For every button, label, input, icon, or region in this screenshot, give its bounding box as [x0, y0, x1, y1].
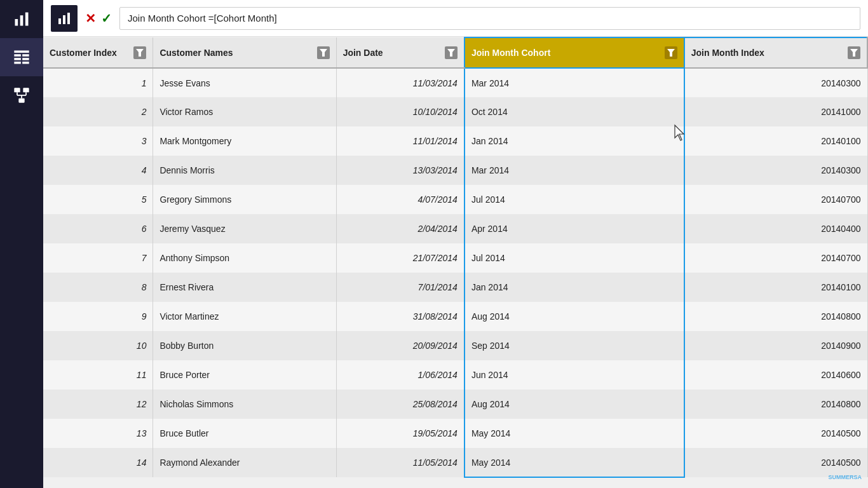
cell-customer-index: 12 — [43, 390, 153, 419]
table-row[interactable]: 14Raymond Alexander11/05/2014May 2014201… — [43, 448, 867, 477]
app-icon — [51, 5, 78, 32]
cell-join-month-cohort: Mar 2014 — [465, 156, 684, 185]
cell-join-date: 31/08/2014 — [336, 302, 465, 331]
svg-rect-12 — [18, 98, 24, 103]
table-row[interactable]: 13Bruce Butler19/05/2014May 201420140500 — [43, 419, 867, 448]
svg-rect-3 — [14, 51, 29, 53]
sidebar — [0, 0, 43, 488]
cell-join-date: 2/04/2014 — [336, 214, 465, 243]
filter-join-month-cohort[interactable] — [665, 46, 677, 59]
cell-customer-index: 11 — [43, 360, 153, 390]
cell-join-month-index: 20140100 — [684, 273, 867, 302]
cell-join-month-index: 20140500 — [684, 419, 867, 448]
table-row[interactable]: 5Gregory Simmons4/07/2014Jul 20142014070… — [43, 185, 867, 214]
cell-join-month-cohort: Jul 2014 — [465, 243, 684, 273]
cell-join-month-cohort: Mar 2014 — [465, 68, 684, 97]
formula-actions: ✕ ✓ — [85, 12, 112, 25]
svg-rect-5 — [22, 54, 29, 57]
filter-join-month-index[interactable] — [848, 46, 860, 59]
cell-join-month-index: 20140800 — [684, 302, 867, 331]
cell-join-date: 11/01/2014 — [336, 126, 465, 156]
cell-join-date: 21/07/2014 — [336, 243, 465, 273]
cell-join-date: 10/10/2014 — [336, 97, 465, 126]
col-join-date[interactable]: Join Date — [336, 37, 465, 68]
filter-customer-names[interactable] — [317, 46, 330, 59]
cell-join-month-cohort: Aug 2014 — [465, 302, 684, 331]
svg-rect-17 — [58, 18, 61, 24]
formula-input-display[interactable]: Join Month Cohort = [Cohort Month] — [119, 7, 860, 30]
cell-customer-names: Bruce Butler — [153, 419, 336, 448]
cell-join-month-cohort: Jan 2014 — [465, 126, 684, 156]
cell-join-month-cohort: Jul 2014 — [465, 185, 684, 214]
formula-text-bracket: [Cohort Month] — [214, 13, 277, 24]
col-join-month-cohort-label: Join Month Cohort — [471, 48, 550, 58]
cell-customer-index: 4 — [43, 156, 153, 185]
table-row[interactable]: 10Bobby Burton20/09/2014Sep 201420140900 — [43, 331, 867, 360]
cell-join-date: 19/05/2014 — [336, 419, 465, 448]
cell-customer-index: 5 — [43, 185, 153, 214]
cell-join-month-index: 20141000 — [684, 97, 867, 126]
svg-rect-18 — [63, 15, 65, 24]
table-row[interactable]: 4Dennis Morris13/03/2014Mar 201420140300 — [43, 156, 867, 185]
svg-rect-1 — [20, 15, 24, 25]
watermark: SUMMERSA — [828, 474, 862, 480]
chart-bar-sidebar-icon[interactable] — [0, 0, 43, 38]
table-container: Customer Index Customer Names — [43, 37, 868, 488]
cell-join-month-index: 20140800 — [684, 390, 867, 419]
cell-join-month-index: 20140600 — [684, 360, 867, 390]
cell-customer-index: 7 — [43, 243, 153, 273]
table-row[interactable]: 6Jeremy Vasquez2/04/2014Apr 201420140400 — [43, 214, 867, 243]
cell-customer-names: Gregory Simmons — [153, 185, 336, 214]
table-row[interactable]: 11Bruce Porter1/06/2014Jun 201420140600 — [43, 360, 867, 390]
cell-customer-names: Nicholas Simmons — [153, 390, 336, 419]
svg-rect-7 — [22, 58, 29, 60]
cell-join-month-cohort: Jan 2014 — [465, 273, 684, 302]
table-row[interactable]: 3Mark Montgomery11/01/2014Jan 2014201401… — [43, 126, 867, 156]
diagram-sidebar-icon[interactable] — [0, 76, 43, 114]
table-row[interactable]: 12Nicholas Simmons25/08/2014Aug 20142014… — [43, 390, 867, 419]
cell-join-month-index: 20140500 — [684, 448, 867, 477]
cell-join-date: 13/03/2014 — [336, 156, 465, 185]
col-customer-index[interactable]: Customer Index — [43, 37, 153, 68]
cell-join-date: 4/07/2014 — [336, 185, 465, 214]
cell-customer-index: 3 — [43, 126, 153, 156]
filter-join-date[interactable] — [445, 46, 458, 59]
cell-customer-names: Anthony Simpson — [153, 243, 336, 273]
cell-join-date: 11/05/2014 — [336, 448, 465, 477]
col-customer-names[interactable]: Customer Names — [153, 37, 336, 68]
svg-marker-21 — [320, 49, 327, 57]
cell-customer-index: 2 — [43, 97, 153, 126]
cell-customer-index: 9 — [43, 302, 153, 331]
table-row[interactable]: 7Anthony Simpson21/07/2014Jul 2014201407… — [43, 243, 867, 273]
svg-rect-8 — [14, 62, 20, 64]
table-sidebar-icon[interactable] — [0, 38, 43, 76]
table-row[interactable]: 2Victor Ramos10/10/2014Oct 201420141000 — [43, 97, 867, 126]
cell-join-month-cohort: Sep 2014 — [465, 331, 684, 360]
table-row[interactable]: 1Jesse Evans11/03/2014Mar 201420140300 — [43, 68, 867, 97]
cell-join-month-index: 20140700 — [684, 243, 867, 273]
col-join-month-cohort[interactable]: Join Month Cohort — [465, 37, 684, 68]
cell-customer-names: Ernest Rivera — [153, 273, 336, 302]
cell-join-date: 20/09/2014 — [336, 331, 465, 360]
confirm-button[interactable]: ✓ — [101, 12, 112, 25]
cell-customer-index: 8 — [43, 273, 153, 302]
svg-marker-20 — [136, 49, 144, 57]
svg-rect-11 — [23, 88, 29, 92]
cell-join-month-cohort: Jun 2014 — [465, 360, 684, 390]
cancel-button[interactable]: ✕ — [85, 12, 96, 25]
cell-join-month-cohort: Apr 2014 — [465, 214, 684, 243]
cell-join-month-cohort: May 2014 — [465, 448, 684, 477]
col-join-date-label: Join Date — [343, 48, 383, 58]
filter-customer-index[interactable] — [133, 46, 146, 59]
table-body: 1Jesse Evans11/03/2014Mar 2014201403002V… — [43, 68, 867, 477]
svg-rect-10 — [14, 88, 20, 92]
col-join-month-index[interactable]: Join Month Index — [684, 37, 867, 68]
svg-rect-9 — [22, 62, 29, 64]
svg-marker-24 — [850, 49, 858, 57]
table-row[interactable]: 9Victor Martinez31/08/2014Aug 2014201408… — [43, 302, 867, 331]
svg-rect-6 — [14, 58, 20, 60]
cell-customer-index: 10 — [43, 331, 153, 360]
cell-customer-names: Jesse Evans — [153, 68, 336, 97]
table-row[interactable]: 8Ernest Rivera7/01/2014Jan 201420140100 — [43, 273, 867, 302]
cell-customer-index: 1 — [43, 68, 153, 97]
